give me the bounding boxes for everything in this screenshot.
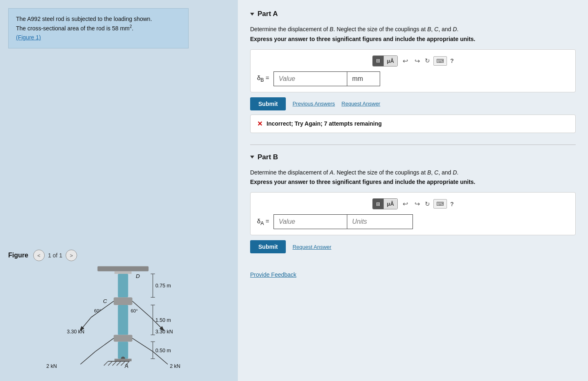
part-b-answer-box: ⊞ μÅ ↩ ↪ ↻ ⌨ ? δA = bbox=[250, 192, 576, 235]
part-b-units-input[interactable] bbox=[347, 214, 413, 229]
undo-button[interactable]: ↩ bbox=[401, 56, 410, 66]
svg-text:2 kN: 2 kN bbox=[170, 363, 180, 369]
part-a-request-answer-link[interactable]: Request Answer bbox=[342, 101, 381, 107]
part-a-toolbar: ⊞ μÅ ↩ ↪ ↻ ⌨ ? bbox=[257, 55, 569, 67]
part-b-help-button[interactable]: ? bbox=[450, 201, 454, 207]
keyboard-button[interactable]: ⌨ bbox=[433, 56, 447, 66]
svg-text:0.50 m: 0.50 m bbox=[155, 348, 171, 353]
part-a-title: Part A bbox=[258, 10, 278, 18]
part-a-collapse-icon bbox=[250, 13, 254, 16]
part-a-answer-box: ⊞ μÅ ↩ ↪ ↻ ⌨ ? δB = mm bbox=[250, 49, 576, 92]
figure-label: Figure bbox=[8, 252, 28, 259]
part-b-header[interactable]: Part B bbox=[250, 153, 576, 161]
left-panel: The A992 steel rod is subjected to the l… bbox=[0, 0, 238, 381]
part-divider bbox=[250, 145, 576, 145]
svg-line-43 bbox=[116, 361, 121, 365]
problem-text-line1: The A992 steel rod is subjected to the l… bbox=[16, 14, 181, 23]
svg-text:60°: 60° bbox=[131, 308, 138, 313]
svg-text:0.75 m: 0.75 m bbox=[155, 283, 171, 289]
problem-text-line2: The cross-sectional area of the rod is 5… bbox=[16, 23, 181, 33]
figure-diagram: D 0.75 m C 60° 60° bbox=[21, 262, 226, 373]
part-a-error-box: ✕ Incorrect; Try Again; 7 attempts remai… bbox=[250, 115, 576, 133]
part-a-section: Part A Determine the displacement of B. … bbox=[250, 10, 576, 133]
svg-line-42 bbox=[112, 361, 116, 365]
part-b-value-input[interactable] bbox=[273, 214, 347, 229]
svg-text:3.30 kN: 3.30 kN bbox=[155, 329, 173, 335]
part-b-collapse-icon bbox=[250, 156, 254, 158]
part-a-equation-label: δB = bbox=[257, 74, 269, 83]
part-b-action-row: Submit Request Answer bbox=[250, 240, 576, 253]
part-a-value-input[interactable] bbox=[273, 71, 347, 86]
part-b-description: Determine the displacement of A. Neglect… bbox=[250, 168, 576, 188]
part-a-units-display: mm bbox=[347, 71, 380, 86]
redo-button[interactable]: ↪ bbox=[413, 56, 422, 66]
refresh-button[interactable]: ↻ bbox=[425, 57, 430, 64]
part-b-toolbar: ⊞ μÅ ↩ ↪ ↻ ⌨ ? bbox=[257, 198, 569, 209]
part-a-submit-button[interactable]: Submit bbox=[250, 97, 286, 110]
part-b-section: Part B Determine the displacement of A. … bbox=[250, 153, 576, 254]
error-icon: ✕ bbox=[257, 120, 262, 128]
svg-text:C: C bbox=[103, 298, 107, 304]
part-a-header[interactable]: Part A bbox=[250, 10, 576, 18]
svg-text:D: D bbox=[136, 273, 140, 279]
part-b-mu-icon[interactable]: μÅ bbox=[384, 199, 397, 209]
svg-text:3.30 kN: 3.30 kN bbox=[67, 329, 84, 335]
problem-text-line3: (Figure 1) bbox=[16, 33, 181, 42]
part-b-redo-button[interactable]: ↪ bbox=[413, 199, 422, 209]
problem-box: The A992 steel rod is subjected to the l… bbox=[8, 8, 189, 48]
prev-figure-button[interactable]: < bbox=[33, 250, 45, 261]
part-a-input-row: δB = mm bbox=[257, 71, 569, 86]
svg-line-25 bbox=[96, 338, 114, 351]
part-b-request-answer-link[interactable]: Request Answer bbox=[292, 244, 331, 250]
svg-line-40 bbox=[104, 361, 108, 365]
part-b-submit-button[interactable]: Submit bbox=[250, 240, 286, 253]
svg-text:1.50 m: 1.50 m bbox=[155, 317, 171, 323]
mu-icon[interactable]: μÅ bbox=[384, 56, 397, 66]
svg-text:A: A bbox=[124, 363, 128, 369]
matrix-icon[interactable]: ⊞ bbox=[373, 56, 384, 66]
error-text: Incorrect; Try Again; 7 attempts remaini… bbox=[267, 120, 382, 127]
part-b-title: Part B bbox=[258, 153, 278, 161]
svg-rect-8 bbox=[114, 297, 132, 305]
part-a-format-group[interactable]: ⊞ μÅ bbox=[372, 55, 398, 67]
figure-nav-label: 1 of 1 bbox=[48, 252, 62, 259]
svg-line-26 bbox=[132, 338, 153, 351]
svg-rect-1 bbox=[114, 271, 132, 274]
part-b-equation-label: δA = bbox=[257, 218, 269, 226]
svg-rect-0 bbox=[98, 266, 149, 271]
svg-rect-27 bbox=[118, 342, 128, 359]
svg-line-14 bbox=[80, 317, 91, 330]
svg-rect-23 bbox=[114, 335, 132, 342]
next-figure-button[interactable]: > bbox=[66, 250, 77, 261]
part-b-matrix-icon[interactable]: ⊞ bbox=[373, 199, 384, 209]
provide-feedback-link[interactable]: Provide Feedback bbox=[250, 271, 296, 278]
part-b-refresh-button[interactable]: ↻ bbox=[425, 200, 430, 208]
svg-line-34 bbox=[80, 351, 95, 364]
help-button[interactable]: ? bbox=[450, 57, 454, 64]
svg-text:60°: 60° bbox=[94, 308, 101, 313]
part-b-undo-button[interactable]: ↩ bbox=[401, 199, 410, 209]
right-panel: Part A Determine the displacement of B. … bbox=[238, 0, 588, 381]
part-a-action-row: Submit Previous Answers Request Answer bbox=[250, 97, 576, 110]
part-a-description: Determine the displacement of B. Neglect… bbox=[250, 25, 576, 44]
figure-nav: < 1 of 1 > bbox=[33, 250, 77, 261]
part-b-input-row: δA = bbox=[257, 214, 569, 229]
part-b-keyboard-button[interactable]: ⌨ bbox=[433, 199, 447, 209]
svg-rect-16 bbox=[118, 305, 128, 335]
part-a-prev-answers-link[interactable]: Previous Answers bbox=[292, 101, 335, 107]
svg-rect-2 bbox=[118, 274, 128, 297]
svg-line-41 bbox=[108, 361, 112, 365]
svg-text:2 kN: 2 kN bbox=[46, 363, 57, 369]
part-b-format-group[interactable]: ⊞ μÅ bbox=[372, 198, 398, 209]
